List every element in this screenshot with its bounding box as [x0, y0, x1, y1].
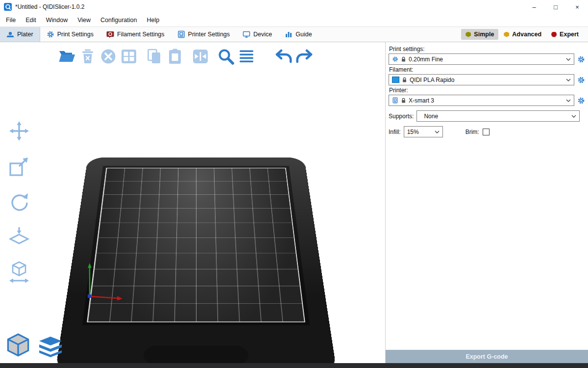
tab-printer-settings[interactable]: Printer Settings — [171, 27, 236, 42]
open-icon[interactable] — [57, 47, 77, 66]
menu-file[interactable]: File — [1, 15, 21, 26]
filament-gear-button[interactable] — [577, 76, 586, 84]
axes-indicator — [83, 259, 128, 304]
chevron-down-icon — [566, 99, 571, 102]
3d-editor-view-icon[interactable] — [6, 333, 30, 357]
filament-icon — [106, 30, 114, 38]
infill-label: Infill: — [389, 129, 401, 135]
title-bar: *Untitled - QIDISlicer-1.0.2 – □ × — [0, 0, 588, 14]
print-settings-value: 0.20mm Fine — [409, 56, 564, 63]
mode-selector: Simple Advanced Expert — [461, 27, 588, 42]
brim-checkbox[interactable] — [483, 129, 490, 135]
printer-gear-button[interactable] — [577, 96, 586, 105]
place-on-face-icon[interactable] — [7, 226, 31, 248]
lock-icon — [401, 98, 406, 104]
redo-icon[interactable] — [294, 47, 315, 66]
bed-handle — [143, 345, 249, 363]
plater-icon — [6, 30, 14, 38]
menu-bar: File Edit Window View Configuration Help — [0, 14, 588, 26]
printer-icon — [392, 97, 398, 104]
tab-guide[interactable]: Guide — [278, 27, 318, 42]
tab-plater[interactable]: Plater — [0, 27, 40, 42]
menu-window[interactable]: Window — [41, 15, 73, 26]
device-icon — [243, 30, 250, 38]
tab-bar: Plater Print Settings Filament Settings … — [0, 26, 588, 42]
filament-value: QIDI PLA Rapido — [410, 77, 564, 83]
chevron-down-icon — [571, 115, 576, 118]
chevron-down-icon — [566, 58, 571, 61]
tab-label: Plater — [17, 31, 33, 38]
menu-edit[interactable]: Edit — [21, 15, 41, 26]
tab-label: Print Settings — [57, 31, 94, 38]
view-switch — [6, 333, 62, 357]
minimize-button[interactable]: – — [523, 0, 545, 14]
filament-color-swatch — [392, 77, 399, 83]
menu-help[interactable]: Help — [142, 15, 164, 26]
undo-icon[interactable] — [273, 47, 294, 66]
window-controls: – □ × — [523, 0, 588, 14]
supports-label: Supports: — [389, 113, 414, 120]
mode-advanced[interactable]: Advanced — [499, 29, 546, 40]
gear-icon — [392, 56, 398, 62]
simple-mode-icon — [466, 32, 471, 37]
menu-configuration[interactable]: Configuration — [96, 15, 142, 26]
delete-icon[interactable] — [77, 47, 98, 66]
brim-label: Brim: — [466, 129, 479, 135]
split-icon[interactable] — [190, 47, 211, 66]
mode-expert[interactable]: Expert — [547, 29, 583, 40]
3d-viewport[interactable] — [0, 42, 385, 363]
scale-icon[interactable] — [7, 155, 31, 178]
printer-label: Printer: — [389, 87, 586, 94]
tab-print-settings[interactable]: Print Settings — [40, 27, 100, 42]
rotate-icon[interactable] — [7, 190, 31, 213]
printer-icon — [177, 30, 185, 38]
infill-combo[interactable]: 15% — [404, 126, 443, 137]
gear-icon — [47, 30, 54, 38]
mode-label: Expert — [560, 31, 579, 38]
status-strip — [0, 363, 588, 368]
print-settings-label: Print settings: — [389, 46, 586, 53]
print-settings-combo[interactable]: 0.20mm Fine — [389, 53, 574, 65]
sidebar-content: Print settings: 0.20mm Fine — [386, 42, 588, 350]
guide-icon — [285, 30, 293, 38]
lock-icon — [401, 56, 406, 62]
close-button[interactable]: × — [566, 0, 588, 14]
infill-value: 15% — [407, 129, 432, 135]
tab-filament-settings[interactable]: Filament Settings — [100, 27, 171, 42]
arrange-icon[interactable] — [119, 47, 139, 66]
export-gcode-button[interactable]: Export G-code — [386, 350, 588, 363]
filament-combo[interactable]: QIDI PLA Rapido — [389, 74, 574, 85]
mode-simple[interactable]: Simple — [461, 29, 498, 40]
maximize-button[interactable]: □ — [545, 0, 566, 14]
preview-layers-icon[interactable] — [39, 337, 62, 357]
printer-combo[interactable]: X-smart 3 — [389, 95, 574, 106]
mode-label: Simple — [474, 31, 494, 38]
delete-all-icon[interactable] — [98, 47, 119, 66]
tab-label: Printer Settings — [188, 31, 230, 38]
variable-layer-height-icon[interactable] — [236, 47, 257, 66]
tab-device[interactable]: Device — [236, 27, 278, 42]
expert-mode-icon — [551, 32, 557, 37]
viewport-toolbar — [57, 47, 315, 66]
copy-icon[interactable] — [144, 47, 165, 66]
paste-icon[interactable] — [165, 47, 185, 66]
sidebar: Print settings: 0.20mm Fine — [385, 42, 588, 363]
menu-view[interactable]: View — [73, 15, 96, 26]
filament-label: Filament: — [389, 66, 586, 73]
search-icon[interactable] — [216, 47, 236, 66]
chevron-down-icon — [435, 131, 440, 133]
manipulation-toolbar — [5, 120, 33, 284]
window-title: *Untitled - QIDISlicer-1.0.2 — [15, 3, 84, 10]
tab-label: Filament Settings — [117, 31, 165, 38]
tab-label: Device — [253, 31, 272, 38]
print-settings-gear-button[interactable] — [577, 55, 586, 64]
advanced-mode-icon — [504, 32, 509, 37]
supports-combo[interactable]: None — [416, 110, 580, 122]
app-logo-icon — [4, 3, 12, 11]
lock-icon — [402, 77, 407, 83]
chevron-down-icon — [566, 79, 571, 81]
measure-icon[interactable] — [7, 261, 31, 284]
move-icon[interactable] — [7, 120, 31, 142]
supports-value: None — [420, 113, 569, 120]
app-window: *Untitled - QIDISlicer-1.0.2 – □ × File … — [0, 0, 588, 368]
